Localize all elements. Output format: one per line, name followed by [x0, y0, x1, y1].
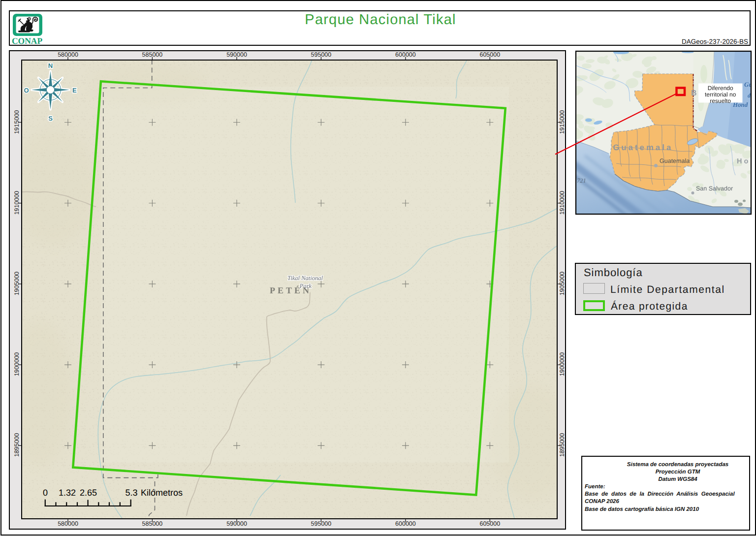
svg-text:Guatemala: Guatemala	[613, 143, 673, 152]
svg-text:B: B	[691, 89, 697, 97]
svg-text:Guatemala: Guatemala	[660, 158, 690, 164]
svg-text:resuelto: resuelto	[710, 97, 731, 104]
svg-text:Ho: Ho	[737, 158, 750, 165]
svg-text:721: 721	[577, 177, 586, 184]
svg-text:Diferendo: Diferendo	[708, 85, 733, 92]
svg-text:San Salvador: San Salvador	[696, 185, 733, 192]
svg-text:territorial no: territorial no	[705, 91, 736, 98]
